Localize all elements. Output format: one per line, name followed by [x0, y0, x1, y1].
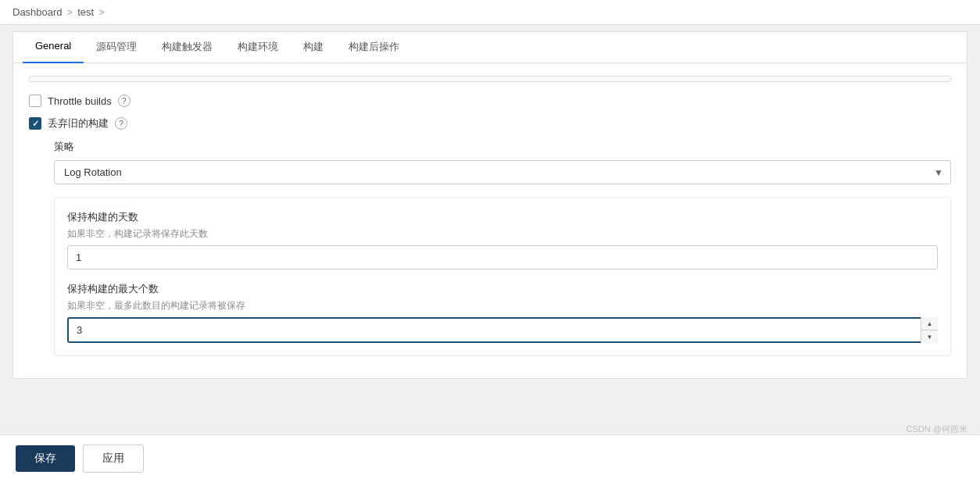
tab-env[interactable]: 构建环境: [225, 32, 291, 63]
throttle-builds-help-icon[interactable]: ?: [118, 95, 131, 107]
apply-button[interactable]: 应用: [83, 445, 144, 473]
breadcrumb-dashboard[interactable]: Dashboard: [13, 6, 63, 18]
keep-days-group: 保持构建的天数 如果非空，构建记录将保存此天数: [67, 210, 938, 270]
scroll-indicator: [29, 76, 951, 82]
keep-days-input[interactable]: [67, 245, 938, 270]
watermark: CSDN @何西米: [907, 423, 967, 435]
content-area: General 源码管理 构建触发器 构建环境 构建 构建后操作 Throttl…: [0, 25, 980, 426]
keep-max-group: 保持构建的最大个数 如果非空，最多此数目的构建记录将被保存 ▲ ▼: [67, 282, 938, 343]
strategy-label: 策略: [54, 140, 951, 154]
discard-old-settings: 策略 Log Rotation Build Rotation ▼ 保持构建的天数: [54, 140, 951, 356]
page-wrapper: Dashboard > test > General 源码管理 构建触发器 构建…: [0, 0, 980, 482]
save-button[interactable]: 保存: [16, 445, 75, 472]
action-bar: 保存 应用: [0, 434, 980, 482]
keep-days-desc: 如果非空，构建记录将保存此天数: [67, 227, 938, 241]
tab-bar: General 源码管理 构建触发器 构建环境 构建 构建后操作: [13, 32, 967, 63]
tab-build[interactable]: 构建: [291, 32, 336, 63]
breadcrumb-sep-2: >: [98, 6, 105, 18]
keep-max-title: 保持构建的最大个数: [67, 282, 938, 296]
throttle-builds-checkbox[interactable]: [29, 95, 41, 107]
discard-old-help-icon[interactable]: ?: [115, 117, 127, 130]
breadcrumb: Dashboard > test >: [0, 0, 980, 25]
discard-old-label: 丢弃旧的构建: [48, 116, 109, 130]
tab-general[interactable]: General: [23, 32, 84, 63]
discard-old-checkbox[interactable]: [29, 117, 41, 130]
panel-wrapper: General 源码管理 构建触发器 构建环境 构建 构建后操作 Throttl…: [13, 31, 967, 379]
tab-content-general: Throttle builds ? 丢弃旧的构建 ? 策略 Log Rotati…: [13, 63, 967, 378]
keep-max-spinners: ▲ ▼: [921, 317, 938, 343]
throttle-builds-row: Throttle builds ?: [29, 95, 951, 107]
tab-trigger[interactable]: 构建触发器: [149, 32, 225, 63]
keep-max-decrement-button[interactable]: ▼: [921, 330, 938, 343]
strategy-select[interactable]: Log Rotation Build Rotation: [54, 160, 951, 184]
tab-post[interactable]: 构建后操作: [336, 32, 412, 63]
keep-max-increment-button[interactable]: ▲: [921, 317, 938, 330]
throttle-builds-label: Throttle builds: [48, 95, 112, 107]
strategy-select-wrapper: Log Rotation Build Rotation ▼: [54, 160, 951, 184]
sub-section: 保持构建的天数 如果非空，构建记录将保存此天数 保持构建的最大个数 如果非空，最…: [54, 197, 951, 356]
keep-max-input[interactable]: [67, 317, 938, 343]
keep-max-input-wrapper: ▲ ▼: [67, 317, 938, 343]
breadcrumb-test[interactable]: test: [77, 6, 94, 18]
keep-max-desc: 如果非空，最多此数目的构建记录将被保存: [67, 299, 938, 312]
discard-old-row: 丢弃旧的构建 ?: [29, 116, 951, 130]
breadcrumb-sep-1: >: [67, 6, 73, 18]
tab-source[interactable]: 源码管理: [84, 32, 149, 63]
keep-days-title: 保持构建的天数: [67, 210, 938, 224]
